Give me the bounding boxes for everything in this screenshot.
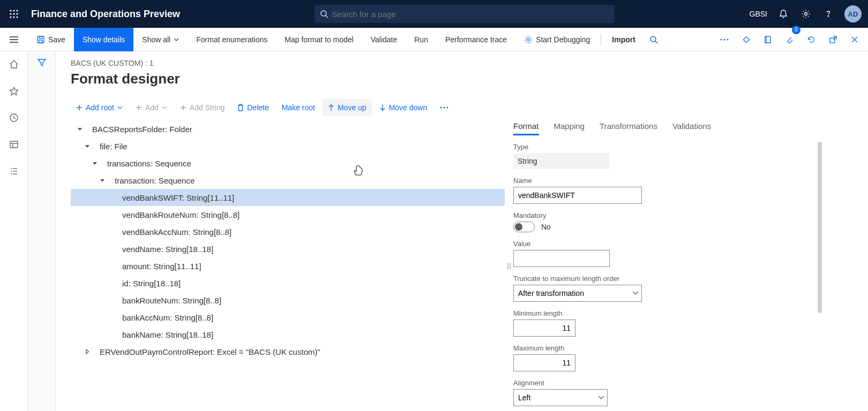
map-format-to-model-button[interactable]: Map format to model	[276, 28, 362, 51]
close-button[interactable]	[845, 28, 864, 51]
split-area: BACSReportsFolder: Folderfile: Filetrans…	[71, 120, 868, 411]
filter-gutter	[28, 51, 56, 411]
refresh-button[interactable]	[802, 28, 821, 51]
save-button[interactable]: Save	[28, 28, 74, 51]
tree-row[interactable]: bankAccNum: String[8..8]	[71, 309, 505, 326]
filter-icon[interactable]	[37, 58, 47, 411]
tab-transformations[interactable]: Transformations	[600, 121, 657, 135]
collapse-icon[interactable]	[99, 178, 106, 183]
alignment-select[interactable]	[513, 389, 608, 406]
min-length-input[interactable]	[513, 319, 575, 337]
diamond-button[interactable]	[737, 28, 755, 51]
make-root-button[interactable]: Make root	[276, 99, 320, 116]
performance-trace-button[interactable]: Performance trace	[437, 28, 515, 51]
tree-row[interactable]: transactions: Sequence	[71, 155, 505, 172]
tree-row[interactable]: vendName: String[18..18]	[71, 240, 505, 257]
run-label: Run	[414, 35, 428, 44]
collapse-icon[interactable]	[84, 143, 91, 149]
value-input[interactable]	[513, 250, 610, 267]
tree-node-label: id: String[18..18]	[122, 279, 181, 288]
format-enumerations-label: Format enumerations	[196, 35, 267, 44]
book-button[interactable]	[759, 28, 777, 51]
validate-button[interactable]: Validate	[362, 28, 406, 51]
max-length-label: Maximum length	[513, 344, 805, 352]
show-details-label: Show details	[83, 35, 125, 44]
popout-button[interactable]	[824, 28, 842, 51]
tree-row[interactable]: transaction: Sequence	[71, 172, 505, 189]
start-debugging-button[interactable]: Start Debugging	[515, 28, 598, 51]
format-tree: BACSReportsFolder: Folderfile: Filetrans…	[71, 120, 505, 411]
attach-badge: 0	[792, 26, 800, 34]
tree-node-label: file: File	[100, 142, 128, 151]
pane-divider[interactable]	[505, 120, 513, 411]
name-input[interactable]	[513, 187, 642, 204]
tree-node-label: vendBankRouteNum: String[8..8]	[122, 210, 240, 219]
add-string-button[interactable]: Add String	[175, 99, 230, 116]
attach-button[interactable]: 0	[780, 28, 798, 51]
add-label: Add	[145, 103, 159, 112]
app-launcher-icon[interactable]	[0, 9, 28, 19]
delete-button[interactable]: Delete	[232, 99, 274, 116]
tree-row[interactable]: BACSReportsFolder: Folder	[71, 120, 505, 138]
tree-row[interactable]: file: File	[71, 138, 505, 155]
tree-node-label: bankName: String[18..18]	[122, 330, 213, 339]
star-icon[interactable]	[2, 80, 26, 102]
book-icon	[764, 35, 772, 44]
move-up-button[interactable]: Move up	[323, 99, 372, 116]
tree-row[interactable]: bankRouteNum: String[8..8]	[71, 292, 505, 309]
tab-validations[interactable]: Validations	[672, 121, 711, 135]
import-label: Import	[612, 35, 635, 44]
format-enumerations-button[interactable]: Format enumerations	[188, 28, 276, 51]
search-input[interactable]	[332, 10, 609, 19]
toolbar-more-button[interactable]	[435, 99, 454, 116]
svg-point-7	[13, 16, 14, 18]
move-down-label: Move down	[389, 103, 428, 112]
add-root-button[interactable]: Add root	[71, 99, 128, 116]
max-length-input[interactable]	[513, 354, 575, 371]
move-down-button[interactable]: Move down	[374, 99, 433, 116]
recent-icon[interactable]	[2, 107, 26, 128]
show-all-button[interactable]: Show all	[133, 28, 188, 51]
mandatory-toggle[interactable]	[513, 222, 535, 232]
tree-row[interactable]: vendBankAccNum: String[8..8]	[71, 223, 505, 240]
scrollbar[interactable]	[818, 142, 822, 313]
truncate-select[interactable]	[513, 285, 642, 302]
add-button[interactable]: Add	[130, 99, 173, 116]
tree-row[interactable]: vendBankSWIFT: String[11..11]	[71, 189, 505, 206]
collapse-icon[interactable]	[91, 161, 99, 166]
cmd-search-button[interactable]	[644, 28, 663, 51]
min-length-label: Minimum length	[513, 309, 805, 317]
avatar[interactable]: AD	[844, 5, 862, 22]
home-icon[interactable]	[2, 54, 26, 75]
help-icon[interactable]	[822, 7, 835, 20]
tree-row[interactable]: amount: String[11..11]	[71, 257, 505, 275]
nav-collapse-icon[interactable]	[0, 36, 28, 43]
tab-mapping[interactable]: Mapping	[554, 121, 585, 135]
svg-point-6	[10, 16, 11, 18]
tree-row[interactable]: vendBankRouteNum: String[8..8]	[71, 206, 505, 223]
import-button[interactable]: Import	[603, 28, 644, 51]
collapse-icon[interactable]	[76, 126, 84, 132]
gear-icon[interactable]	[799, 7, 812, 20]
run-button[interactable]: Run	[406, 28, 437, 51]
svg-line-22	[655, 41, 657, 43]
global-search[interactable]	[315, 5, 615, 23]
more-button[interactable]	[715, 28, 734, 51]
performance-trace-label: Performance trace	[445, 35, 507, 44]
svg-point-19	[527, 39, 529, 41]
plus-icon	[76, 104, 83, 111]
show-details-button[interactable]: Show details	[74, 28, 133, 51]
breadcrumb: BACS (UK CUSTOM) : 1	[71, 59, 868, 67]
svg-point-50	[440, 107, 442, 109]
modules-icon[interactable]	[2, 161, 26, 182]
tree-row[interactable]: ERVendOutPaymControlReport: Excel = "BAC…	[71, 343, 505, 360]
tree-row[interactable]: id: String[18..18]	[71, 275, 505, 292]
expand-icon[interactable]	[84, 349, 91, 354]
tree-node-label: transactions: Sequence	[107, 159, 191, 168]
workspaces-icon[interactable]	[2, 134, 26, 155]
svg-rect-33	[10, 141, 18, 148]
tab-format[interactable]: Format	[513, 121, 539, 135]
tree-row[interactable]: bankName: String[18..18]	[71, 326, 505, 343]
bell-icon[interactable]	[777, 7, 790, 20]
left-rail	[0, 51, 28, 411]
